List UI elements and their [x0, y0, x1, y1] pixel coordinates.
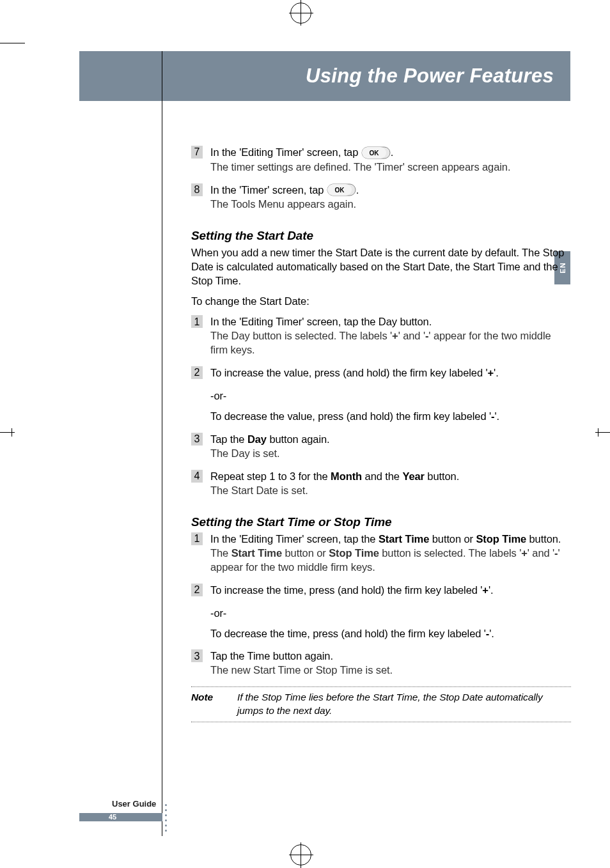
crop-mark	[0, 43, 25, 43]
step-text: Repeat step 1 to 3 for the Month and the…	[210, 470, 459, 482]
note-block: Note If the Stop Time lies before the St…	[191, 686, 571, 722]
list-item: 2 To increase the time, press (and hold)…	[191, 584, 571, 598]
chapter-title: Using the Power Features	[306, 65, 554, 88]
footer-dots	[165, 804, 167, 832]
ok-button-icon: OK	[361, 146, 391, 160]
list-item: 3 Tap the Day button again. The Day is s…	[191, 433, 571, 461]
paragraph: To change the Start Date:	[191, 295, 571, 309]
list-item: 1 In the 'Editing Timer' screen, tap the…	[191, 532, 571, 575]
step-sub: The Tools Menu appears again.	[210, 198, 571, 212]
step-body: Tap the Time button again. The new Start…	[210, 649, 571, 678]
list-item: 8 In the 'Timer' screen, tap OK. The Too…	[191, 183, 571, 212]
crop-mark	[0, 432, 15, 433]
step-alt: To decrease the time, press (and hold) t…	[210, 627, 571, 641]
step-sub: The timer settings are defined. The 'Tim…	[210, 160, 571, 174]
step-sub: The Start Time button or Stop Time butto…	[210, 546, 571, 575]
step-body: In the 'Timer' screen, tap OK. The Tools…	[210, 183, 571, 212]
list-item: 2 To increase the value, press (and hold…	[191, 366, 571, 380]
step-body: In the 'Editing Timer' screen, tap OK. T…	[210, 146, 571, 174]
step-number: 2	[191, 366, 203, 379]
step-number: 3	[191, 433, 203, 446]
step-text: In the 'Timer' screen, tap	[210, 184, 327, 196]
chapter-header: Using the Power Features	[84, 51, 570, 101]
step-number: 1	[191, 315, 203, 328]
or-separator: -or-	[210, 389, 571, 403]
step-number: 2	[191, 584, 203, 596]
list-item: 7 In the 'Editing Timer' screen, tap OK.…	[191, 146, 571, 174]
body-content: 7 In the 'Editing Timer' screen, tap OK.…	[191, 146, 571, 722]
page: Using the Power Features EN 7 In the 'Ed…	[40, 26, 570, 842]
note-label: Note	[191, 691, 237, 718]
step-text: Tap the Day button again.	[210, 433, 330, 445]
step-body: Repeat step 1 to 3 for the Month and the…	[210, 470, 571, 498]
step-text: In the 'Editing Timer' screen, tap the S…	[210, 533, 561, 545]
step-text: Tap the Time button again.	[210, 650, 333, 662]
step-text: .	[391, 146, 393, 158]
step-number: 3	[191, 649, 203, 662]
footer-guide-label: User Guide	[112, 799, 156, 809]
section-heading: Setting the Start Time or Stop Time	[191, 514, 571, 530]
crop-mark	[301, 1, 301, 26]
or-separator: -or-	[210, 607, 571, 621]
step-body: In the 'Editing Timer' screen, tap the S…	[210, 532, 571, 575]
footer-bar	[79, 813, 162, 821]
list-item: 1 In the 'Editing Timer' screen, tap the…	[191, 315, 571, 357]
svg-text:OK: OK	[334, 187, 345, 194]
step-text: To increase the value, press (and hold) …	[210, 367, 499, 378]
step-text: To increase the time, press (and hold) t…	[210, 584, 493, 596]
step-number: 8	[191, 183, 203, 196]
step-text: In the 'Editing Timer' screen, tap the D…	[210, 316, 432, 327]
step-body: Tap the Day button again. The Day is set…	[210, 433, 571, 461]
list-item: 4 Repeat step 1 to 3 for the Month and t…	[191, 470, 571, 498]
step-sub: The new Start Time or Stop Time is set.	[210, 663, 571, 678]
step-text: .	[356, 184, 359, 196]
crop-mark	[301, 842, 301, 867]
note-text: If the Stop Time lies before the Start T…	[237, 691, 571, 718]
crop-mark	[289, 855, 313, 855]
step-sub: The Day button is selected. The labels '…	[210, 329, 571, 357]
ok-button-icon: OK	[327, 183, 356, 198]
step-alt: To decrease the value, press (and hold) …	[210, 410, 571, 424]
paragraph: When you add a new timer the Start Date …	[191, 246, 571, 288]
step-number: 4	[191, 470, 203, 483]
list-item: 3 Tap the Time button again. The new Sta…	[191, 649, 571, 678]
step-body: To increase the time, press (and hold) t…	[210, 584, 571, 598]
crop-mark	[12, 428, 12, 437]
step-sub: The Day is set.	[210, 447, 571, 461]
step-body: In the 'Editing Timer' screen, tap the D…	[210, 315, 571, 357]
step-number: 1	[191, 532, 203, 545]
step-body: To increase the value, press (and hold) …	[210, 366, 571, 380]
step-sub: The Start Date is set.	[210, 484, 571, 498]
section-heading: Setting the Start Date	[191, 228, 571, 244]
page-number: 45	[109, 813, 116, 821]
crop-mark	[289, 13, 313, 13]
margin-rule	[162, 51, 162, 836]
crop-mark	[598, 428, 598, 437]
step-text: In the 'Editing Timer' screen, tap	[210, 146, 361, 158]
svg-text:OK: OK	[369, 150, 379, 157]
step-number: 7	[191, 146, 203, 159]
